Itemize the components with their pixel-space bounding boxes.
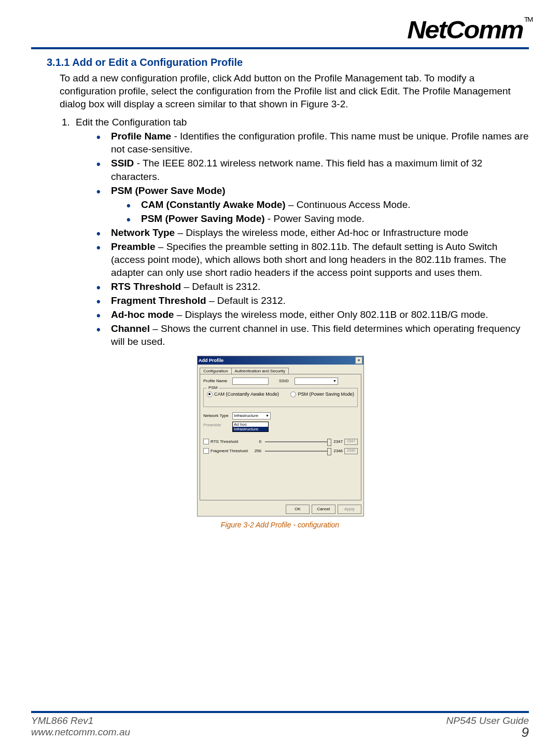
rts-min: 0: [250, 439, 261, 444]
bullet-network-type: Network Type – Displays the wireless mod…: [96, 226, 529, 239]
footer-right: NP545 User Guide 9: [446, 715, 529, 738]
ssid-label: SSID: [279, 379, 295, 383]
cancel-button[interactable]: Cancel: [312, 505, 335, 514]
cam-radio[interactable]: CAM (Constantly Awake Mode): [207, 392, 279, 397]
bullet-psm-head: PSM (Power Save Mode) CAM (Constantly Aw…: [96, 184, 529, 225]
close-icon[interactable]: ×: [355, 357, 362, 364]
dialog-title: Add Profile: [199, 358, 223, 363]
figure-dialog: Add Profile × Configuration Authenticati…: [197, 356, 363, 529]
frag-slider[interactable]: [265, 451, 329, 452]
tab-configuration[interactable]: Configuration: [200, 368, 232, 374]
psm-radio[interactable]: PSM (Power Saving Mode): [290, 392, 354, 397]
footer-left: YML866 Rev1 www.netcomm.com.au: [31, 715, 130, 738]
footer-rule: [31, 711, 529, 713]
rts-checkbox[interactable]: RTS Threshold: [203, 439, 250, 444]
frag-min: 256: [250, 449, 261, 453]
bullet-channel: Channel – Shows the current channel in u…: [96, 322, 529, 348]
section-title: 3.1.1 Add or Edit a Configuration Profil…: [47, 57, 529, 68]
dialog-titlebar[interactable]: Add Profile ×: [198, 356, 363, 365]
dropdown-option-adhoc[interactable]: Ad hoc: [233, 422, 268, 427]
bullet-preamble: Preamble – Specifies the preamble settin…: [96, 240, 529, 279]
frag-max: 2346: [331, 449, 343, 453]
ssid-input[interactable]: ▼: [295, 378, 338, 385]
bullet-rts: RTS Threshold – Default is 2312.: [96, 280, 529, 293]
preamble-label: Preamble: [203, 423, 232, 427]
dropdown-option-infra[interactable]: Infrastructure: [233, 427, 268, 431]
network-type-label: Network Type: [203, 413, 232, 418]
trademark: TM: [524, 16, 532, 23]
logo: NetCommTM: [407, 16, 532, 44]
page-number: 9: [446, 727, 529, 738]
intro-paragraph: To add a new configuration profile, clic…: [60, 72, 529, 110]
step-list: Edit the Configuration tab Profile Name …: [73, 116, 529, 348]
profile-name-input[interactable]: [232, 378, 269, 385]
tab-auth-security[interactable]: Authentication and Security: [231, 368, 289, 374]
rts-slider[interactable]: [265, 441, 329, 442]
frag-value[interactable]: 2346: [344, 448, 358, 454]
bullet-psm: PSM (Power Saving Mode) - Power Saving m…: [127, 212, 529, 225]
bullet-adhoc: Ad-hoc mode – Displays the wireless mode…: [96, 308, 529, 321]
chevron-down-icon[interactable]: ▼: [265, 414, 269, 417]
psm-legend: PSM: [207, 385, 219, 390]
rts-max: 2347: [331, 439, 343, 444]
step-1: Edit the Configuration tab Profile Name …: [73, 116, 529, 348]
add-profile-dialog: Add Profile × Configuration Authenticati…: [197, 356, 364, 516]
ok-button[interactable]: OK: [286, 505, 310, 514]
tab-panel: Profile Name SSID ▼ PSM CAM (Constantly …: [200, 374, 361, 500]
apply-button[interactable]: Apply: [338, 505, 361, 514]
header-rule: [31, 47, 529, 49]
chevron-down-icon[interactable]: ▼: [333, 379, 337, 383]
figure-caption: Figure 3-2 Add Profile - configuration: [197, 521, 363, 529]
network-type-dropdown[interactable]: Ad hoc Infrastructure: [232, 422, 269, 432]
frag-checkbox[interactable]: Fragment Threshold: [203, 448, 250, 454]
psm-fieldset: PSM CAM (Constantly Awake Mode) PSM (Pow…: [203, 388, 358, 407]
bullet-ssid: SSID - The IEEE 802.11 wireless network …: [96, 157, 529, 183]
bullet-cam: CAM (Constantly Awake Mode) – Continuous…: [127, 198, 529, 211]
rts-value[interactable]: 2347: [344, 439, 358, 445]
network-type-select[interactable]: Infrastructure▼: [232, 412, 271, 420]
bullet-frag: Fragment Threshold – Default is 2312.: [96, 294, 529, 307]
bullet-profile-name: Profile Name - Identifies the configurat…: [96, 130, 529, 156]
profile-name-label: Profile Name: [203, 379, 232, 383]
